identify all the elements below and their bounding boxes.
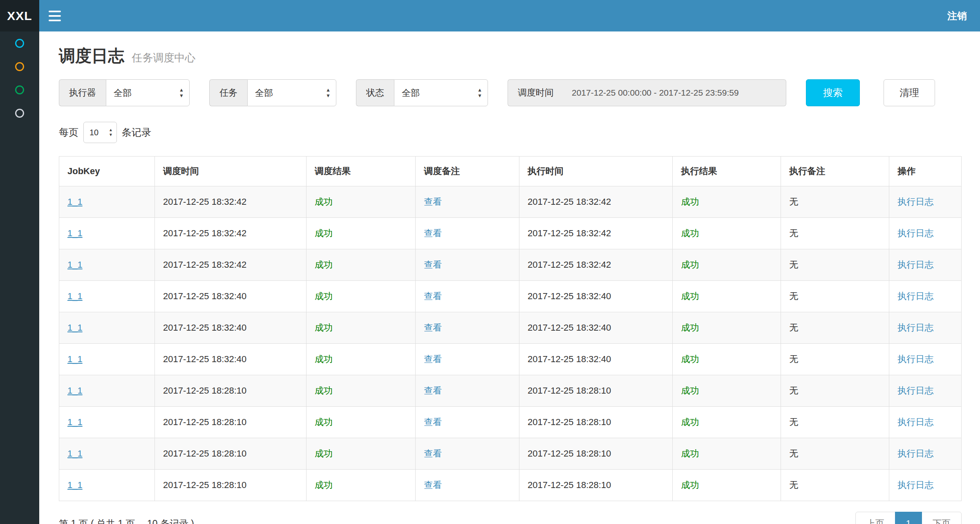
trigger-time-range-input[interactable] — [564, 79, 786, 106]
trigger-msg-link[interactable]: 查看 — [424, 385, 442, 396]
jobkey-cell: 1_1 — [59, 281, 155, 312]
handle-time: 2017-12-25 18:28:10 — [528, 448, 611, 459]
sidebar — [0, 31, 39, 524]
jobkey-link[interactable]: 1_1 — [67, 354, 83, 364]
jobkey-link[interactable]: 1_1 — [67, 291, 83, 301]
trigger-msg-link[interactable]: 查看 — [424, 480, 442, 490]
handle-result: 成功 — [681, 197, 699, 207]
exec-log-link[interactable]: 执行日志 — [897, 197, 933, 207]
trigger-msg-cell: 查看 — [416, 186, 519, 218]
handle-msg-cell: 无 — [781, 438, 889, 470]
jobkey-cell: 1_1 — [59, 218, 155, 249]
prev-page-button[interactable]: 上页 — [855, 512, 895, 524]
handle-result: 成功 — [681, 354, 699, 364]
handle-time: 2017-12-25 18:32:40 — [528, 291, 611, 301]
job-filter-group: 任务 全部 — [209, 79, 336, 106]
job-filter-select[interactable]: 全部 — [247, 79, 336, 106]
trigger-msg-cell: 查看 — [416, 249, 519, 281]
trigger-result-cell: 成功 — [306, 375, 415, 407]
page-size-suffix-label: 条记录 — [122, 126, 151, 139]
executor-filter-select[interactable]: 全部 — [106, 79, 190, 106]
jobkey-link[interactable]: 1_1 — [67, 228, 83, 238]
trigger-msg-link[interactable]: 查看 — [424, 260, 442, 270]
main-content: 调度日志 任务调度中心 执行器 全部 任务 全部 — [39, 31, 980, 524]
trigger-result: 成功 — [315, 228, 333, 238]
executor-select-wrap: 全部 — [106, 79, 190, 106]
handle-result-cell: 成功 — [673, 249, 781, 281]
exec-log-link[interactable]: 执行日志 — [897, 291, 933, 301]
trigger-result: 成功 — [315, 197, 333, 207]
jobkey-cell: 1_1 — [59, 407, 155, 438]
page-size-select[interactable]: 10 — [83, 122, 117, 143]
jobkey-link[interactable]: 1_1 — [67, 448, 83, 459]
page-1-button[interactable]: 1 — [895, 512, 922, 524]
sidebar-item-2[interactable] — [0, 55, 39, 78]
circle-icon — [15, 109, 24, 118]
handle-msg-cell: 无 — [781, 218, 889, 249]
trigger-time-filter-label: 调度时间 — [508, 79, 564, 106]
trigger-time: 2017-12-25 18:32:40 — [163, 354, 246, 364]
exec-log-link[interactable]: 执行日志 — [897, 260, 933, 270]
trigger-msg-link[interactable]: 查看 — [424, 417, 442, 427]
trigger-time: 2017-12-25 18:32:40 — [163, 322, 246, 333]
table-row: 1_12017-12-25 18:32:42成功查看2017-12-25 18:… — [59, 218, 962, 249]
jobkey-link[interactable]: 1_1 — [67, 417, 83, 427]
exec-log-link[interactable]: 执行日志 — [897, 385, 933, 396]
handle-msg-cell: 无 — [781, 249, 889, 281]
trigger-msg-link[interactable]: 查看 — [424, 197, 442, 207]
app-logo[interactable]: XXL — [0, 0, 39, 31]
handle-msg: 无 — [789, 260, 798, 270]
handle-time: 2017-12-25 18:32:40 — [528, 322, 611, 333]
clear-button[interactable]: 清理 — [884, 79, 935, 106]
jobkey-cell: 1_1 — [59, 438, 155, 470]
sidebar-item-1[interactable] — [0, 31, 39, 55]
trigger-msg-link[interactable]: 查看 — [424, 448, 442, 459]
table-footer: 第 1 页 ( 总共 1 页， 10 条记录 ) 上页 1 下页 — [59, 512, 962, 524]
exec-log-link[interactable]: 执行日志 — [897, 228, 933, 238]
jobkey-link[interactable]: 1_1 — [67, 480, 83, 490]
trigger-result-cell: 成功 — [306, 249, 415, 281]
trigger-msg-link[interactable]: 查看 — [424, 354, 442, 364]
handle-result-cell: 成功 — [673, 281, 781, 312]
col-header-trigger-time: 调度时间 — [155, 157, 307, 186]
handle-result-cell: 成功 — [673, 344, 781, 375]
circle-icon — [15, 39, 24, 48]
exec-log-link[interactable]: 执行日志 — [897, 480, 933, 490]
hamburger-bar — [49, 20, 61, 21]
trigger-time: 2017-12-25 18:28:10 — [163, 417, 246, 427]
sidebar-toggle-icon[interactable] — [39, 0, 70, 31]
handle-result: 成功 — [681, 385, 699, 396]
handle-msg-cell: 无 — [781, 281, 889, 312]
exec-log-link[interactable]: 执行日志 — [897, 417, 933, 427]
handle-result: 成功 — [681, 228, 699, 238]
trigger-result-cell: 成功 — [306, 407, 415, 438]
col-header-handle-result: 执行结果 — [673, 157, 781, 186]
app-window: XXL 注销 调度日志 任务调度中心 执行器 全部 任务 — [0, 0, 980, 524]
sidebar-item-3[interactable] — [0, 78, 39, 101]
search-button[interactable]: 搜索 — [806, 79, 860, 106]
trigger-time-cell: 2017-12-25 18:28:10 — [155, 375, 307, 407]
trigger-time: 2017-12-25 18:28:10 — [163, 480, 246, 490]
hamburger-bar — [49, 15, 61, 17]
next-page-button[interactable]: 下页 — [922, 512, 962, 524]
trigger-msg-cell: 查看 — [416, 312, 519, 344]
logout-link[interactable]: 注销 — [947, 9, 967, 22]
jobkey-link[interactable]: 1_1 — [67, 385, 83, 396]
handle-msg: 无 — [789, 197, 798, 207]
jobkey-link[interactable]: 1_1 — [67, 197, 83, 207]
trigger-msg-link[interactable]: 查看 — [424, 291, 442, 301]
exec-log-link[interactable]: 执行日志 — [897, 354, 933, 364]
sidebar-item-4[interactable] — [0, 101, 39, 125]
trigger-msg-link[interactable]: 查看 — [424, 322, 442, 333]
job-filter-label: 任务 — [209, 79, 247, 106]
jobkey-cell: 1_1 — [59, 249, 155, 281]
trigger-msg-link[interactable]: 查看 — [424, 228, 442, 238]
trigger-time-cell: 2017-12-25 18:32:42 — [155, 249, 307, 281]
jobkey-link[interactable]: 1_1 — [67, 322, 83, 333]
status-filter-select[interactable]: 全部 — [394, 79, 488, 106]
handle-time-cell: 2017-12-25 18:28:10 — [519, 438, 673, 470]
exec-log-link[interactable]: 执行日志 — [897, 448, 933, 459]
exec-log-link[interactable]: 执行日志 — [897, 322, 933, 333]
jobkey-link[interactable]: 1_1 — [67, 260, 83, 270]
trigger-time-cell: 2017-12-25 18:32:40 — [155, 344, 307, 375]
